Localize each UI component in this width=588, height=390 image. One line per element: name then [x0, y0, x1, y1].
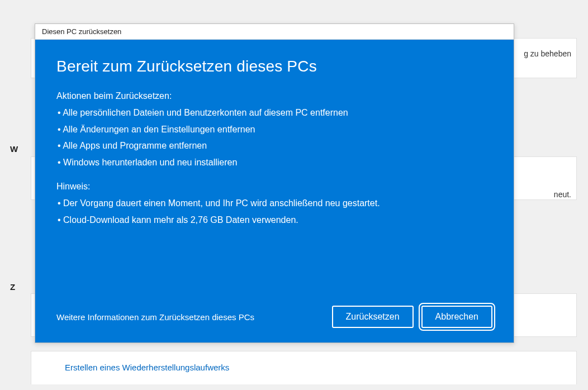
actions-label: Aktionen beim Zurücksetzen:	[56, 91, 492, 101]
actions-list: Alle persönlichen Dateien und Benutzerko…	[56, 104, 492, 170]
dialog-footer: Weitere Informationen zum Zurücksetzen d…	[56, 306, 492, 328]
list-item: Der Vorgang dauert einen Moment, und Ihr…	[56, 195, 492, 212]
list-item: Alle Änderungen an den Einstellungen ent…	[56, 121, 492, 138]
dialog-body: Bereit zum Zurücksetzen dieses PCs Aktio…	[35, 40, 514, 343]
list-item: Alle persönlichen Dateien und Benutzerko…	[56, 104, 492, 121]
recovery-drive-link[interactable]: Erstellen eines Wiederherstellungslaufwe…	[65, 363, 229, 372]
partial-text: neut.	[554, 190, 571, 199]
more-info-link[interactable]: Weitere Informationen zum Zurücksetzen d…	[56, 312, 324, 322]
note-label: Hinweis:	[56, 182, 492, 192]
partial-label: Z	[10, 282, 15, 292]
dialog-heading: Bereit zum Zurücksetzen dieses PCs	[56, 58, 492, 75]
list-item: Alle Apps und Programme entfernen	[56, 137, 492, 154]
dialog-titlebar[interactable]: Diesen PC zurücksetzen	[35, 24, 514, 40]
background-card: Erstellen eines Wiederherstellungslaufwe…	[31, 351, 577, 384]
partial-label: W	[10, 144, 18, 154]
reset-button[interactable]: Zurücksetzen	[332, 306, 414, 328]
list-item: Cloud-Download kann mehr als 2,76 GB Dat…	[56, 212, 492, 229]
notes-list: Der Vorgang dauert einen Moment, und Ihr…	[56, 195, 492, 228]
dialog-title: Diesen PC zurücksetzen	[42, 27, 121, 36]
partial-text: g zu beheben	[524, 49, 571, 58]
cancel-button[interactable]: Abbrechen	[421, 306, 492, 328]
list-item: Windows herunterladen und neu installier…	[56, 154, 492, 171]
reset-pc-dialog: Diesen PC zurücksetzen Bereit zum Zurück…	[35, 23, 514, 343]
